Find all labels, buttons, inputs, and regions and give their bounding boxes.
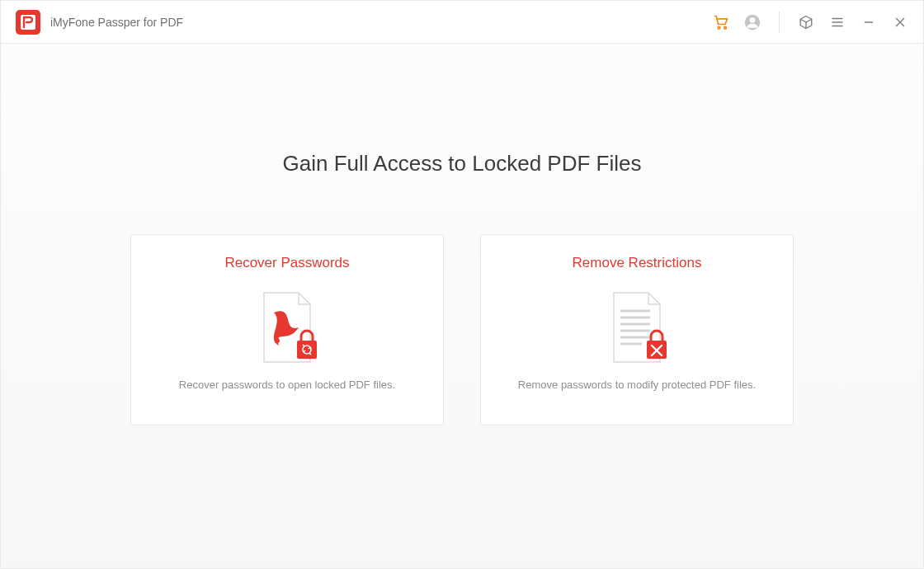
svg-point-2	[718, 26, 720, 29]
titlebar: iMyFone Passper for PDF	[1, 1, 923, 44]
svg-rect-13	[297, 341, 317, 359]
remove-restrictions-icon	[599, 286, 675, 369]
recover-passwords-desc: Recover passwords to open locked PDF fil…	[179, 379, 395, 391]
cube-icon[interactable]	[798, 14, 814, 31]
recover-passwords-icon	[249, 286, 325, 369]
titlebar-actions	[713, 12, 908, 33]
option-cards: Recover Passwords	[130, 234, 794, 426]
app-title: iMyFone Passper for PDF	[50, 16, 183, 29]
svg-point-3	[724, 26, 727, 29]
close-button[interactable]	[892, 14, 908, 31]
titlebar-separator	[779, 12, 780, 33]
remove-restrictions-title: Remove Restrictions	[573, 255, 702, 271]
main-content: Gain Full Access to Locked PDF Files Rec…	[1, 44, 923, 568]
app-logo-icon	[16, 10, 40, 35]
recover-passwords-card[interactable]: Recover Passwords	[130, 234, 444, 426]
minimize-button[interactable]	[860, 14, 877, 31]
app-window: iMyFone Passper for PDF	[0, 0, 924, 569]
account-icon[interactable]	[744, 14, 761, 31]
page-headline: Gain Full Access to Locked PDF Files	[283, 151, 642, 176]
cart-icon[interactable]	[713, 14, 729, 31]
remove-restrictions-card[interactable]: Remove Restrictions	[480, 234, 794, 426]
recover-passwords-title: Recover Passwords	[224, 255, 349, 271]
svg-point-5	[750, 17, 756, 23]
menu-icon[interactable]	[829, 14, 846, 31]
remove-restrictions-desc: Remove passwords to modify protected PDF…	[518, 379, 756, 391]
svg-point-12	[275, 338, 280, 343]
